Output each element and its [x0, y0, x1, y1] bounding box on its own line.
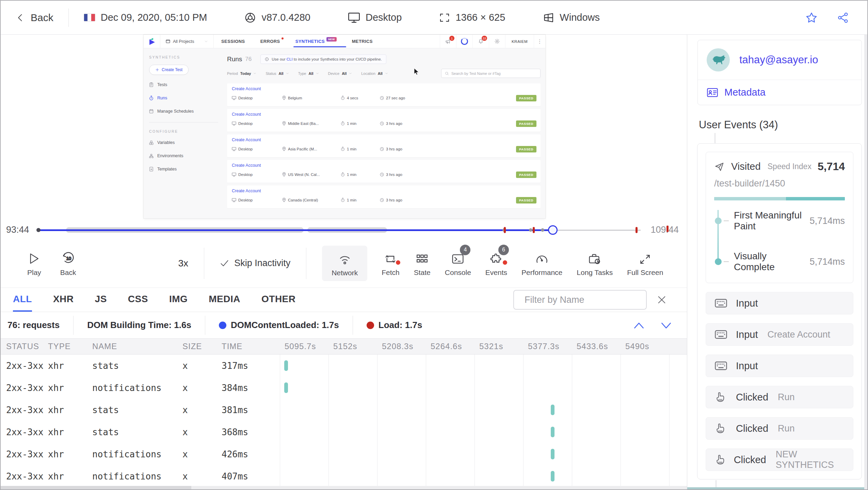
- filter-dropdown[interactable]: Period Today: [227, 71, 256, 76]
- chevron-up-icon[interactable]: [632, 320, 645, 330]
- stopwatch-icon: [341, 198, 345, 202]
- tab-errors[interactable]: ERRORS: [260, 35, 280, 48]
- visited-event-card[interactable]: Visited Speed Index 5,714 /test-builder/…: [706, 152, 853, 283]
- filter-dropdown[interactable]: Device All: [328, 71, 352, 76]
- project-selector[interactable]: All Projects: [160, 35, 214, 48]
- run-card[interactable]: Create Account Desktop US West (N. Cal..…: [227, 160, 541, 183]
- run-device: Desktop: [238, 147, 253, 151]
- tab-metrics[interactable]: METRICS: [352, 35, 373, 48]
- error-marker[interactable]: [636, 227, 638, 233]
- filter-dropdown[interactable]: Location All: [361, 71, 388, 76]
- stopwatch-icon: [341, 121, 345, 126]
- monitor-icon: [232, 121, 236, 126]
- user-menu[interactable]: KRAIEM: [505, 35, 534, 48]
- run-title-link[interactable]: Create Account: [232, 137, 536, 142]
- request-row[interactable]: 2xx-3xx xhr stats x 317ms: [1, 355, 687, 377]
- location-pin-icon: [282, 96, 286, 100]
- sidebar-item-variables[interactable]: Variables: [149, 140, 218, 145]
- runs-list: Create Account Desktop Belgium 4 secs 27…: [227, 83, 541, 208]
- error-marker[interactable]: [504, 227, 506, 233]
- back-10s-button[interactable]: 10 Back: [60, 250, 76, 277]
- run-card[interactable]: Create Account Desktop Asia Pacific (M..…: [227, 134, 541, 157]
- full-screen-button[interactable]: Full Screen: [627, 250, 663, 277]
- fetch-panel-button[interactable]: Fetch: [382, 250, 400, 277]
- clock-icon: [380, 96, 384, 100]
- tab-synthetics[interactable]: SYNTHETICS NEW: [295, 35, 337, 48]
- sidebar-item-tests[interactable]: Tests: [149, 82, 218, 87]
- skip-inactivity-toggle[interactable]: Skip Inactivity: [220, 258, 290, 268]
- long-tasks-panel-button[interactable]: Long Tasks: [577, 250, 613, 277]
- run-title-link[interactable]: Create Account: [232, 163, 536, 168]
- sidebar-item-label: Variables: [157, 140, 175, 145]
- announcements-button[interactable]: 1: [440, 35, 456, 48]
- user-event-item[interactable]: Input Create Account: [706, 323, 853, 346]
- request-row[interactable]: 2xx-3xx xhr notifications x 426ms: [1, 443, 687, 465]
- request-row[interactable]: 2xx-3xx xhr notifications x 384ms: [1, 377, 687, 399]
- user-event-item[interactable]: Clicked Run: [706, 417, 853, 440]
- notifications-button[interactable]: 33: [472, 35, 489, 48]
- metadata-button[interactable]: Metadata: [698, 80, 862, 105]
- settings-button[interactable]: [489, 35, 505, 48]
- run-card[interactable]: Create Account Desktop Canada (Central) …: [227, 185, 541, 208]
- user-email-link[interactable]: tahay@asayer.io: [739, 54, 818, 66]
- close-panel-button[interactable]: [656, 294, 667, 305]
- sidebar-item-runs[interactable]: Runs: [149, 96, 218, 100]
- filter-dropdown[interactable]: Status All: [266, 71, 289, 76]
- net-tab-js[interactable]: JS: [95, 288, 107, 312]
- filter-dropdown[interactable]: Type All: [298, 71, 319, 76]
- net-tab-xhr[interactable]: XHR: [53, 288, 74, 312]
- user-event-item[interactable]: Clicked Run: [706, 386, 853, 408]
- state-panel-button[interactable]: State: [414, 250, 431, 277]
- error-marker[interactable]: [533, 227, 535, 233]
- cell-type: xhr: [48, 471, 92, 481]
- sidebar-item-manage-schedules[interactable]: Manage Schedules: [149, 109, 218, 114]
- stopwatch-icon: [341, 172, 345, 177]
- events-panel-button[interactable]: 6 Events: [485, 250, 507, 277]
- net-tab-media[interactable]: MEDIA: [209, 288, 240, 312]
- app-sidebar: SYNTHETICS Create Test Tests: [144, 48, 224, 218]
- timeline-handle[interactable]: [548, 225, 558, 235]
- sidebar-scrollbar[interactable]: [864, 35, 867, 489]
- back-button[interactable]: Back: [16, 12, 53, 23]
- net-tab-css[interactable]: CSS: [128, 288, 148, 312]
- waterfall-bar: [284, 382, 288, 393]
- user-event-item[interactable]: Clicked NEW SYNTHETICS: [706, 448, 853, 471]
- net-tab-img[interactable]: IMG: [169, 288, 188, 312]
- user-event-item[interactable]: Input: [706, 292, 853, 314]
- player-timeline[interactable]: 93:44 109:44: [1, 221, 687, 239]
- metric-label: First Meaningful Paint: [734, 210, 809, 232]
- request-row[interactable]: 2xx-3xx xhr stats x 368ms: [1, 421, 687, 443]
- run-title-link[interactable]: Create Account: [232, 189, 536, 193]
- net-tab-other[interactable]: OTHER: [261, 288, 296, 312]
- request-row[interactable]: 2xx-3xx xhr notifications x 407ms: [1, 465, 687, 487]
- run-title-link[interactable]: Create Account: [232, 112, 536, 117]
- filter-value: All: [308, 71, 313, 76]
- chevron-down-icon[interactable]: [660, 320, 673, 330]
- network-filter-input[interactable]: [525, 295, 645, 305]
- metric-label: Visually Complete: [734, 251, 809, 273]
- tab-sessions[interactable]: SESSIONS: [221, 35, 245, 48]
- console-panel-button[interactable]: 4 Console: [445, 250, 471, 277]
- monitor-icon: [232, 173, 236, 177]
- wifi-icon: [338, 253, 352, 265]
- performance-panel-button[interactable]: Performance: [521, 250, 562, 277]
- test-search-box[interactable]: [441, 69, 541, 78]
- net-tab-all[interactable]: ALL: [13, 288, 32, 312]
- share-icon[interactable]: [837, 12, 849, 23]
- sidebar-item-environments[interactable]: Environments: [149, 153, 218, 158]
- cli-link[interactable]: CLI: [287, 57, 293, 61]
- network-filter-box[interactable]: [513, 290, 647, 310]
- run-card[interactable]: Create Account Desktop Belgium 4 secs 27…: [227, 83, 541, 106]
- star-icon[interactable]: [805, 12, 818, 24]
- speed-toggle[interactable]: 3x: [178, 258, 189, 269]
- run-title-link[interactable]: Create Account: [232, 86, 536, 91]
- play-button[interactable]: Play: [27, 250, 41, 277]
- more-menu[interactable]: ⋮: [534, 35, 545, 48]
- user-event-item[interactable]: Input: [706, 355, 853, 377]
- sidebar-item-templates[interactable]: Templates: [149, 167, 218, 172]
- create-test-button[interactable]: Create Test: [149, 65, 189, 75]
- run-card[interactable]: Create Account Desktop Middle East (Ba..…: [227, 109, 541, 132]
- test-search-input[interactable]: [451, 71, 537, 76]
- request-row[interactable]: 2xx-3xx xhr stats x 381ms: [1, 399, 687, 421]
- network-panel-button[interactable]: Network: [322, 246, 367, 281]
